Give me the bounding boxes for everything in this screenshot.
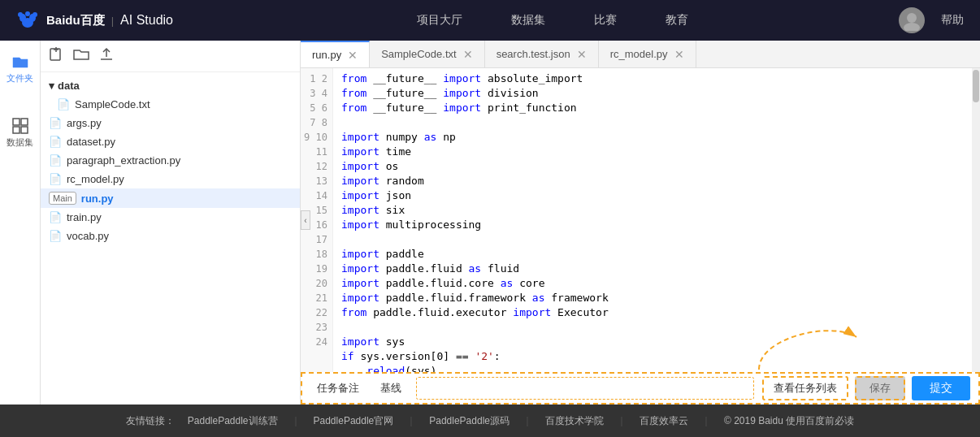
svg-point-7 (904, 23, 920, 31)
baidu-text: Baidu百度 (46, 13, 105, 27)
code-editor: ‹ 1 2 3 4 5 6 7 8 9 10 11 12 13 14 15 16… (301, 68, 980, 372)
collapse-panel-button[interactable]: ‹ (301, 210, 310, 230)
svg-point-6 (907, 13, 917, 23)
footer-prefix: 友情链接： (126, 414, 175, 428)
task-note-label: 任务备注 (310, 381, 366, 396)
editor-tabs: run.py ✕ SampleCode.txt ✕ search.test.js… (301, 41, 980, 68)
help-link[interactable]: 帮助 (941, 13, 964, 28)
sidebar-item-files[interactable]: 文件夹 (0, 49, 40, 89)
topnav: Baidu百度 | AI Studio 项目大厅 数据集 比赛 教育 帮助 (0, 0, 980, 41)
sidebar-icons: 文件夹 数据集 (0, 41, 41, 405)
footer-divider: ｜ (291, 414, 301, 428)
file-rcmodel: rc_model.py (67, 173, 124, 185)
tab-samplecode[interactable]: SampleCode.txt ✕ (370, 41, 485, 68)
footer-divider: ｜ (406, 414, 416, 428)
submit-button[interactable]: 提交 (912, 376, 970, 400)
file-icon: 📄 (49, 154, 62, 167)
list-item[interactable]: Main run.py (41, 188, 300, 208)
footer-link-paddle-src[interactable]: PaddlePaddle源码 (429, 414, 510, 428)
file-paragraph: paragraph_extraction.py (67, 154, 180, 167)
new-folder-button[interactable] (73, 48, 89, 64)
file-icon: 📄 (49, 173, 62, 185)
list-item[interactable]: 📄 SampleCode.txt (41, 95, 300, 114)
main-tag: Main (49, 192, 76, 205)
footer-divider: ｜ (617, 414, 627, 428)
logo-subtitle: AI Studio (120, 13, 173, 28)
tab-close-icon[interactable]: ✕ (674, 48, 684, 61)
list-item[interactable]: 📄 dataset.py (41, 132, 300, 151)
tab-close-icon[interactable]: ✕ (577, 48, 587, 61)
editor-area: run.py ✕ SampleCode.txt ✕ search.test.js… (301, 41, 980, 405)
topnav-menu: 项目大厅 数据集 比赛 教育 (206, 13, 899, 28)
svg-point-3 (18, 12, 23, 17)
file-icon: 📄 (49, 117, 62, 129)
menu-projects[interactable]: 项目大厅 (417, 13, 462, 28)
folder-data[interactable]: ▾ data (41, 76, 300, 95)
logo: Baidu百度 | AI Studio (16, 11, 173, 29)
menu-education[interactable]: 教育 (666, 13, 688, 28)
list-item[interactable]: 📄 rc_model.py (41, 170, 300, 188)
tab-label: SampleCode.txt (381, 48, 457, 60)
svg-rect-12 (50, 49, 60, 60)
svg-rect-8 (13, 119, 20, 125)
menu-datasets[interactable]: 数据集 (511, 13, 545, 28)
main-layout: 文件夹 数据集 (0, 41, 980, 405)
tab-rc-model[interactable]: rc_model.py ✕ (599, 41, 696, 68)
menu-competition[interactable]: 比赛 (594, 13, 617, 28)
file-toolbar (41, 41, 300, 72)
file-dataset: dataset.py (67, 136, 115, 148)
bottom-right-actions: 查看任务列表 保存 提交 (762, 376, 970, 400)
footer-divider: ｜ (523, 414, 532, 428)
tab-label: search.test.json (497, 48, 570, 60)
save-button[interactable]: 保存 (855, 376, 905, 400)
file-vocab: vocab.py (67, 230, 109, 242)
footer: 友情链接： PaddlePaddle训练营 ｜ PaddlePaddle官网 ｜… (0, 405, 980, 437)
new-file-button[interactable] (49, 47, 63, 65)
tab-close-icon[interactable]: ✕ (348, 49, 358, 62)
scroll-thumb[interactable] (973, 70, 979, 102)
footer-link-paddle-camp[interactable]: PaddlePaddle训练营 (188, 414, 278, 428)
file-icon: 📄 (49, 136, 62, 148)
list-item[interactable]: 📄 paragraph_extraction.py (41, 151, 300, 170)
list-item[interactable]: 📄 train.py (41, 208, 300, 227)
footer-link-baidu-cloud[interactable]: 百度效率云 (640, 414, 688, 428)
tab-label: run.py (312, 49, 341, 61)
svg-point-2 (22, 18, 33, 28)
upload-button[interactable] (99, 47, 114, 65)
tab-run-py[interactable]: run.py ✕ (301, 41, 370, 68)
list-item[interactable]: 📄 vocab.py (41, 227, 300, 245)
tab-search-test[interactable]: search.test.json ✕ (485, 41, 599, 68)
footer-copyright: © 2019 Baidu 使用百度前必读 (724, 414, 854, 428)
file-icon: 📄 (49, 211, 62, 223)
scrollbar-vertical[interactable] (972, 68, 980, 372)
task-note-input[interactable] (416, 377, 754, 400)
footer-link-baidu-academy[interactable]: 百度技术学院 (545, 414, 604, 428)
sidebar-datasets-label: 数据集 (7, 136, 33, 149)
footer-link-paddle-official[interactable]: PaddlePaddle官网 (314, 414, 394, 428)
editor-bottom-bar: 任务备注 基线 查看任务列表 保存 提交 (301, 372, 980, 405)
svg-point-5 (25, 11, 30, 16)
list-item[interactable]: 📄 args.py (41, 114, 300, 132)
file-icon: 📄 (49, 230, 62, 242)
footer-divider: ｜ (701, 414, 711, 428)
folder-icon (11, 53, 29, 71)
file-train: train.py (67, 211, 102, 223)
logo-divider: | (111, 15, 114, 27)
file-tree: ▾ data 📄 SampleCode.txt 📄 args.py 📄 data… (41, 72, 300, 405)
svg-rect-10 (13, 127, 20, 133)
file-panel: ▾ data 📄 SampleCode.txt 📄 args.py 📄 data… (41, 41, 301, 405)
file-icon: 📄 (57, 98, 70, 110)
avatar[interactable] (899, 7, 925, 33)
tab-label: rc_model.py (610, 48, 668, 60)
svg-rect-9 (21, 119, 28, 125)
file-samplecode: SampleCode.txt (75, 98, 150, 110)
baidu-logo: Baidu百度 (16, 11, 105, 29)
grid-icon (11, 117, 29, 135)
svg-rect-11 (21, 127, 28, 133)
folder-data-label: data (58, 80, 80, 92)
code-content[interactable]: from __future__ import absolute_import f… (333, 68, 972, 372)
chevron-down-icon: ▾ (49, 80, 54, 92)
tab-close-icon[interactable]: ✕ (463, 48, 473, 61)
view-tasks-button[interactable]: 查看任务列表 (762, 376, 848, 400)
sidebar-item-datasets[interactable]: 数据集 (0, 113, 40, 153)
